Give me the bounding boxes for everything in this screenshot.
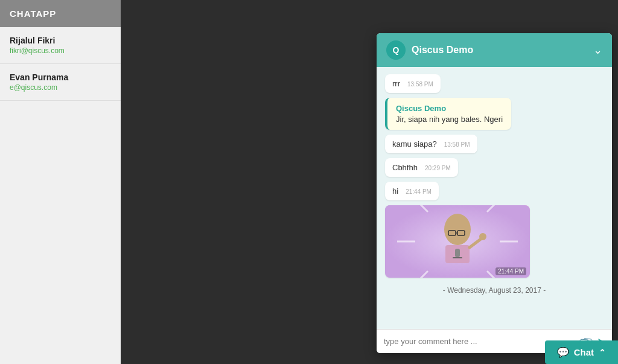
msg-text-1: rrr xyxy=(392,79,400,88)
chat-title: Qiscus Demo xyxy=(412,45,473,56)
svg-point-9 xyxy=(444,214,471,245)
chat-image-svg xyxy=(385,205,530,278)
chat-bottom-label: Chat xyxy=(574,347,594,357)
msg-text-5: hi xyxy=(392,187,398,196)
image-placeholder: 21:44 PM xyxy=(385,205,530,278)
message-image: 21:44 PM xyxy=(385,205,530,278)
msg-text-4: Cbhfhh xyxy=(392,163,418,172)
contact-item-rijalul[interactable]: Rijalul Fikri fikri@qiscus.com xyxy=(0,27,121,64)
chat-widget: Q Qiscus Demo ⌄ rrr 13:58 PM Qiscus Demo… xyxy=(377,33,612,353)
message-reply: Qiscus Demo Jir, siapa nih yang bales. N… xyxy=(385,98,511,130)
message-4: Cbhfhh 20:29 PM xyxy=(385,158,458,177)
message-5: hi 21:44 PM xyxy=(385,182,439,200)
app-title: CHATAPP xyxy=(0,0,121,27)
reply-text: Jir, siapa nih yang bales. Ngeri xyxy=(396,115,503,124)
contact-email-2: e@qiscus.com xyxy=(10,83,111,92)
contact-name-1: Rijalul Fikri xyxy=(10,36,111,45)
chat-bottom-button[interactable]: 💬 Chat ⌃ xyxy=(545,340,618,364)
contact-name-2: Evan Purnama xyxy=(10,72,111,82)
msg-time-4: 20:29 PM xyxy=(425,165,451,171)
contact-email-1: fikri@qiscus.com xyxy=(10,46,111,55)
svg-rect-14 xyxy=(455,249,460,257)
chevron-down-icon[interactable]: ⌄ xyxy=(593,43,602,57)
svg-point-17 xyxy=(479,233,486,240)
svg-rect-15 xyxy=(453,257,462,258)
msg-image-time: 21:44 PM xyxy=(495,267,526,275)
msg-time-1: 13:58 PM xyxy=(407,81,433,88)
sidebar: CHATAPP Rijalul Fikri fikri@qiscus.com E… xyxy=(0,0,121,364)
messages-area: rrr 13:58 PM Qiscus Demo Jir, siapa nih … xyxy=(377,67,612,329)
msg-time-3: 13:58 PM xyxy=(444,141,470,148)
chat-header: Q Qiscus Demo ⌄ xyxy=(377,33,612,67)
date-separator: - Wednesday, August 23, 2017 - xyxy=(385,286,604,295)
chat-bubble-icon: 💬 xyxy=(557,346,569,358)
message-3: kamu siapa? 13:58 PM xyxy=(385,135,477,153)
chat-header-left: Q Qiscus Demo xyxy=(386,40,473,60)
contact-item-evan[interactable]: Evan Purnama e@qiscus.com xyxy=(0,64,121,101)
message-1: rrr 13:58 PM xyxy=(385,74,441,93)
msg-time-5: 21:44 PM xyxy=(406,188,432,195)
reply-author: Qiscus Demo xyxy=(396,104,503,113)
msg-text-3: kamu siapa? xyxy=(392,139,437,148)
chevron-up-icon: ⌃ xyxy=(599,348,606,357)
avatar: Q xyxy=(386,40,406,60)
